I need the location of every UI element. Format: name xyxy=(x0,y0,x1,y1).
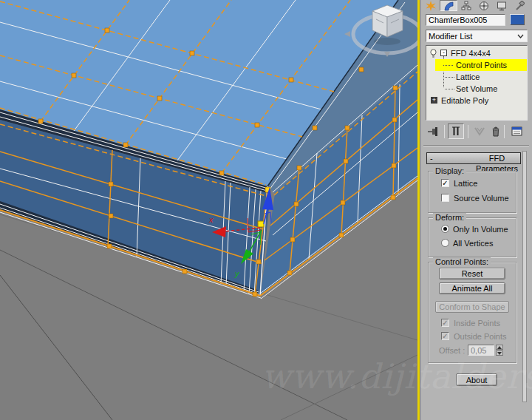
pin-stack-icon xyxy=(428,126,440,137)
tab-modify[interactable] xyxy=(440,0,457,11)
source-volume-checkbox[interactable] xyxy=(441,194,449,202)
lattice-checkbox[interactable]: ✓ xyxy=(441,179,449,187)
all-vertices-radio[interactable] xyxy=(441,239,449,247)
offset-spinner-down[interactable] xyxy=(496,350,503,356)
viewport-scene: x y xyxy=(0,0,417,420)
make-unique-button[interactable] xyxy=(471,123,488,139)
deform-group: Deform: Only In Volume All Vertices xyxy=(428,217,516,257)
stack-row-set-volume[interactable]: Set Volume xyxy=(426,83,527,95)
pin-stack-button[interactable] xyxy=(426,123,442,139)
remove-modifier-button[interactable] xyxy=(488,123,504,139)
all-vertices-label: All Vertices xyxy=(453,239,493,248)
stack-row-editable-poly[interactable]: + Editable Poly xyxy=(426,95,527,106)
tab-create[interactable] xyxy=(422,0,440,11)
command-panel-tabs xyxy=(422,0,531,12)
stack-row-lattice[interactable]: Lattice xyxy=(426,71,527,83)
modifier-list-dropdown[interactable]: Modifier List xyxy=(426,30,528,42)
rollout-scrollbar[interactable] xyxy=(522,151,527,402)
show-end-result-icon xyxy=(451,126,460,136)
configure-modifier-sets-button[interactable] xyxy=(508,123,525,139)
offset-label: Offset : xyxy=(439,346,465,355)
sub-object-control-points: Control Points xyxy=(456,59,507,71)
display-group-label: Display: xyxy=(433,166,466,175)
tab-display[interactable] xyxy=(493,0,511,11)
base-object-name: Editable Poly xyxy=(441,95,488,106)
utilities-icon xyxy=(514,1,525,11)
sub-object-lattice: Lattice xyxy=(456,71,480,83)
outside-points-label: Outside Points xyxy=(454,332,507,341)
lattice-checkbox-label: Lattice xyxy=(454,179,477,188)
offset-spinner-up[interactable] xyxy=(496,345,503,350)
display-icon xyxy=(497,1,507,11)
panel-separator xyxy=(423,145,529,146)
application-window: x y xyxy=(0,0,532,420)
svg-text:x: x xyxy=(208,215,214,224)
create-icon xyxy=(426,1,436,11)
about-button[interactable]: About xyxy=(456,373,497,386)
light-bulb-icon[interactable] xyxy=(429,49,437,58)
object-name-field[interactable] xyxy=(426,14,505,26)
motion-icon xyxy=(479,1,489,11)
selected-control-point[interactable] xyxy=(258,221,264,227)
ffd-parameters-rollout-header[interactable]: - FFD Parameters xyxy=(426,152,521,164)
source-volume-checkbox-label: Source Volume xyxy=(454,194,509,203)
object-color-swatch[interactable] xyxy=(510,14,525,25)
offset-field[interactable] xyxy=(468,345,494,356)
deform-group-label: Deform: xyxy=(433,213,466,222)
viewport-3d[interactable]: x y xyxy=(0,0,417,420)
rollout-collapse-icon: - xyxy=(430,153,433,163)
make-unique-icon xyxy=(474,127,485,136)
outside-points-checkbox[interactable]: ✓ xyxy=(441,332,449,340)
tab-motion[interactable] xyxy=(475,0,493,11)
chevron-down-icon xyxy=(517,34,524,39)
remove-modifier-icon xyxy=(491,126,500,137)
display-group: Display: ✓ Lattice Source Volume xyxy=(428,171,516,213)
conform-to-shape-button[interactable]: Conform to Shape xyxy=(435,301,509,313)
command-panel: Modifier List - FFD 4x4x4 Control Points xyxy=(420,0,532,420)
tab-utilities[interactable] xyxy=(511,0,528,11)
control-points-group-label: Control Points: xyxy=(433,257,491,266)
animate-all-button[interactable]: Animate All xyxy=(439,282,505,294)
modifier-name: FFD 4x4x4 xyxy=(451,47,491,59)
hierarchy-icon xyxy=(461,1,471,11)
only-in-volume-radio[interactable] xyxy=(441,225,449,233)
collapse-box-icon[interactable]: - xyxy=(440,50,447,56)
tab-hierarchy[interactable] xyxy=(457,0,475,11)
reset-button[interactable]: Reset xyxy=(439,268,505,280)
configure-modifier-sets-icon xyxy=(511,126,522,136)
inside-points-checkbox[interactable]: ✓ xyxy=(441,319,449,327)
inside-points-label: Inside Points xyxy=(454,319,500,328)
sub-object-set-volume: Set Volume xyxy=(456,83,497,95)
modifier-list-label: Modifier List xyxy=(429,31,472,42)
stack-row-modifier[interactable]: - FFD 4x4x4 xyxy=(426,47,527,59)
modify-icon xyxy=(443,1,454,11)
stack-row-control-points[interactable]: Control Points xyxy=(435,59,527,71)
stack-toolbar xyxy=(426,123,529,140)
show-end-result-button[interactable] xyxy=(448,123,464,139)
control-points-group: Control Points: Reset Animate All Confor… xyxy=(428,262,516,363)
expand-box-icon[interactable]: + xyxy=(431,97,437,104)
modifier-stack: - FFD 4x4x4 Control Points Lattice Set V… xyxy=(426,45,528,121)
only-in-volume-label: Only In Volume xyxy=(453,225,508,234)
